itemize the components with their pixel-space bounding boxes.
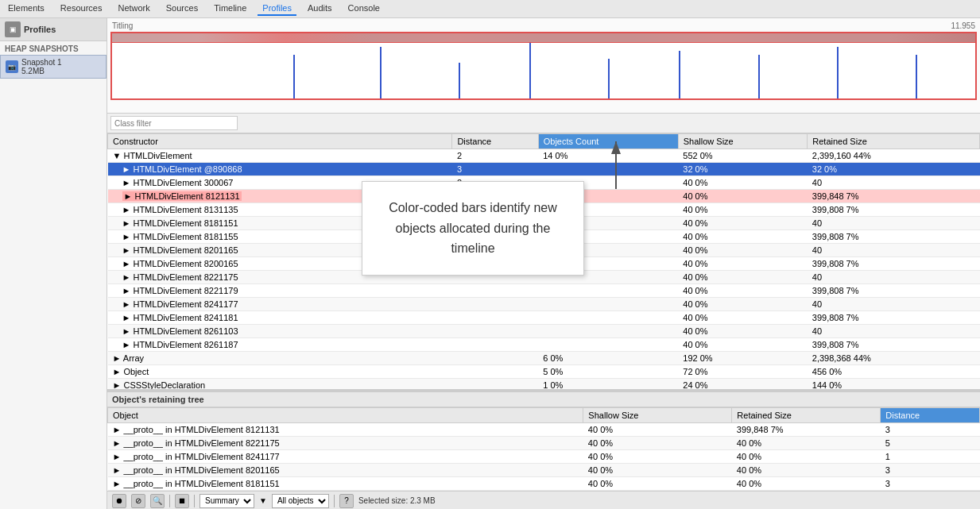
clear-button[interactable]: ⊘: [131, 494, 145, 508]
record-button[interactable]: ⏺: [112, 494, 126, 508]
th-shallow-size[interactable]: Shallow Size: [678, 134, 808, 149]
callout-text: Color-coded bars identify new objects al…: [389, 201, 557, 255]
cell-shallow: 40 0%: [678, 284, 808, 298]
rt-cell-retained: 40 0%: [732, 477, 881, 491]
timeline-bar: [380, 47, 382, 98]
cell-retained: 399,808 7%: [808, 257, 980, 271]
table-row[interactable]: ► HTMLDivElement @890868332 0%32 0%: [108, 163, 980, 176]
th-constructor[interactable]: Constructor: [108, 134, 452, 149]
cell-count: 6 0%: [538, 352, 678, 365]
search-button[interactable]: 🔍: [150, 494, 165, 508]
cell-constructor: ► HTMLDivElement 8241177: [108, 298, 452, 311]
cell-retained: 40: [808, 271, 980, 284]
timeline-red-line: [112, 33, 975, 43]
menu-sources[interactable]: Sources: [161, 2, 203, 16]
table-row[interactable]: ► HTMLDivElement 824118140 0%399,808 7%: [108, 311, 980, 325]
table-row[interactable]: ► HTMLDivElement 826118740 0%399,808 7%: [108, 338, 980, 352]
cell-shallow: 72 0%: [678, 365, 808, 379]
table-row[interactable]: ► HTMLDivElement 824117740 0%40: [108, 298, 980, 311]
cell-constructor: ► HTMLDivElement 8261187: [108, 338, 452, 352]
snapshot-item[interactable]: 📷 Snapshot 1 5.2MB: [0, 55, 107, 79]
cell-retained: 456 0%: [808, 365, 980, 379]
snapshot-icon: 📷: [6, 60, 18, 73]
rt-cell-name: ► __proto__ in HTMLDivElement 8121131: [108, 423, 583, 437]
cell-shallow: 40 0%: [678, 176, 808, 190]
cell-count: [538, 163, 678, 176]
menu-resources[interactable]: Resources: [56, 2, 107, 16]
cell-shallow: 24 0%: [678, 379, 808, 390]
th-retained-size[interactable]: Retained Size: [808, 134, 980, 149]
cell-constructor: ▼ HTMLDivElement: [108, 149, 452, 163]
menu-network[interactable]: Network: [113, 2, 154, 16]
rt-th-distance[interactable]: Distance: [881, 408, 980, 423]
cell-retained: 40: [808, 244, 980, 257]
cell-constructor: ► HTMLDivElement 8221179: [108, 284, 452, 298]
timeline-container: Titling 11.955: [107, 18, 980, 114]
menu-profiles[interactable]: Profiles: [258, 2, 296, 16]
rt-cell-distance: 5: [881, 437, 980, 450]
timeline-end-time: 11.955: [951, 21, 975, 30]
menu-timeline[interactable]: Timeline: [209, 2, 251, 16]
retaining-tree-container[interactable]: Object Shallow Size Retained Size Distan…: [107, 407, 980, 491]
cell-distance: 2: [452, 149, 538, 163]
timeline-chart[interactable]: [110, 32, 977, 100]
main-table-container[interactable]: Constructor Distance Objects Count Shall…: [107, 133, 980, 389]
table-row[interactable]: ► CSSStyleDeclaration1 0%24 0%144 0%: [108, 379, 980, 390]
retaining-table-row[interactable]: ► __proto__ in HTMLDivElement 820116540 …: [108, 464, 980, 477]
rt-cell-retained: 40 0%: [732, 437, 881, 450]
cell-shallow: 40 0%: [678, 257, 808, 271]
table-row[interactable]: ► Array6 0%192 0%2,398,368 44%: [108, 352, 980, 365]
table-row[interactable]: ► Object5 0%72 0%456 0%: [108, 365, 980, 379]
timeline-bar: [293, 55, 295, 98]
cell-retained: 2,399,160 44%: [808, 149, 980, 163]
cell-count: [538, 284, 678, 298]
timeline-bar: [679, 51, 680, 98]
menu-audits[interactable]: Audits: [303, 2, 337, 16]
sidebar: ▣ Profiles HEAP SNAPSHOTS 📷 Snapshot 1 5…: [0, 18, 107, 509]
cell-shallow: 32 0%: [678, 163, 808, 176]
th-objects-count[interactable]: Objects Count: [538, 134, 678, 149]
cell-shallow: 40 0%: [678, 217, 808, 230]
rt-cell-distance: 1: [881, 450, 980, 464]
cell-distance: 3: [452, 163, 538, 176]
cell-distance: [452, 379, 538, 390]
rt-th-shallow[interactable]: Shallow Size: [583, 408, 732, 423]
retaining-table-row[interactable]: ► __proto__ in HTMLDivElement 812113140 …: [108, 423, 980, 437]
retaining-table-row[interactable]: ► __proto__ in HTMLDivElement 822117540 …: [108, 437, 980, 450]
cell-retained: 399,808 7%: [808, 311, 980, 325]
th-distance[interactable]: Distance: [452, 134, 538, 149]
cell-shallow: 40 0%: [678, 338, 808, 352]
table-section: Constructor Distance Objects Count Shall…: [107, 133, 980, 491]
snapshot-text: Snapshot 1 5.2MB: [21, 58, 62, 75]
sidebar-title: Profiles: [24, 25, 56, 34]
cell-distance: [452, 325, 538, 338]
table-row[interactable]: ▼ HTMLDivElement214 0%552 0%2,399,160 44…: [108, 149, 980, 163]
stop-button[interactable]: ⏹: [175, 494, 189, 508]
rt-th-retained[interactable]: Retained Size: [732, 408, 881, 423]
menu-elements[interactable]: Elements: [3, 2, 49, 16]
retaining-table: Object Shallow Size Retained Size Distan…: [107, 407, 980, 491]
retaining-table-row[interactable]: ► __proto__ in HTMLDivElement 824117740 …: [108, 450, 980, 464]
rt-cell-retained: 399,848 7%: [732, 423, 881, 437]
question-button[interactable]: ?: [339, 494, 354, 508]
rt-cell-name: ► __proto__ in HTMLDivElement 8241177: [108, 450, 583, 464]
menu-console[interactable]: Console: [343, 2, 385, 16]
timeline-bar: [459, 63, 460, 98]
rt-cell-distance: 3: [881, 477, 980, 491]
snapshot-label: Snapshot 1: [21, 58, 62, 67]
cell-count: 1 0%: [538, 379, 678, 390]
menu-bar: Elements Resources Network Sources Timel…: [0, 0, 980, 18]
rt-th-object[interactable]: Object: [108, 408, 583, 423]
summary-select[interactable]: Summary: [199, 494, 254, 508]
retaining-table-row[interactable]: ► __proto__ in HTMLDivElement 818115140 …: [108, 477, 980, 491]
cell-constructor: ► HTMLDivElement 8261103: [108, 325, 452, 338]
cell-distance: [452, 298, 538, 311]
cell-retained: 399,848 7%: [808, 190, 980, 203]
rt-cell-distance: 3: [881, 464, 980, 477]
class-filter-input[interactable]: [110, 116, 238, 130]
cell-count: 5 0%: [538, 365, 678, 379]
cell-count: [538, 298, 678, 311]
table-row[interactable]: ► HTMLDivElement 826110340 0%40: [108, 325, 980, 338]
table-row[interactable]: ► HTMLDivElement 822117940 0%399,808 7%: [108, 284, 980, 298]
filter-select[interactable]: All objects: [272, 494, 329, 508]
